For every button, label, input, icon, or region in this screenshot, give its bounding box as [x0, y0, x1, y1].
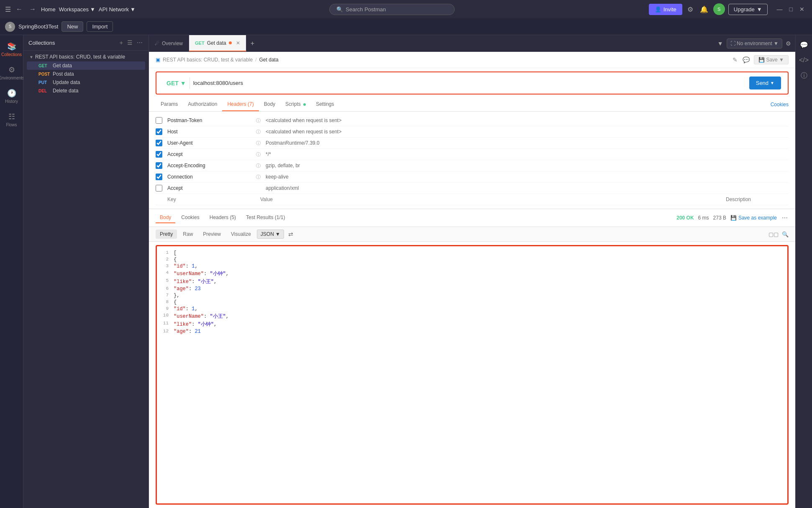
workspaces-menu[interactable]: Workspaces ▼ — [59, 6, 95, 13]
tab-overview[interactable]: ☄ Overview — [149, 35, 189, 51]
body-tab[interactable]: Body — [259, 98, 280, 111]
info-icon-4[interactable]: ⓘ — [256, 151, 261, 158]
info-icon-5[interactable]: ⓘ — [256, 163, 261, 169]
search-box[interactable]: 🔍 Search Postman — [329, 4, 455, 15]
more-options-button[interactable]: ⋯ — [136, 38, 143, 47]
back-button[interactable]: ← — [14, 4, 24, 15]
tab-close-icon[interactable]: ✕ — [236, 40, 240, 46]
settings-tab[interactable]: Settings — [311, 98, 339, 111]
scripts-tab[interactable]: Scripts — [280, 98, 311, 111]
right-info-button[interactable]: ⓘ — [798, 69, 810, 83]
import-button[interactable]: Import — [87, 21, 113, 32]
header-check-host[interactable] — [156, 128, 162, 135]
sidebar-item-flows[interactable]: ☷ Flows — [2, 109, 22, 130]
response-more-button[interactable]: ⋯ — [781, 214, 789, 222]
resp-test-results-tab[interactable]: Test Results (1/1) — [242, 212, 289, 223]
sidebar-item-environments[interactable]: ⚙ Environments — [2, 62, 22, 84]
headers-tab[interactable]: Headers (7) — [222, 98, 259, 111]
invite-button[interactable]: 👤 Invite — [649, 4, 682, 15]
upgrade-button[interactable]: Upgrade ▼ — [728, 4, 768, 15]
header-check-accept-encoding[interactable] — [156, 162, 162, 169]
resp-cookies-tab[interactable]: Cookies — [177, 212, 203, 223]
authorization-tab[interactable]: Authorization — [183, 98, 222, 111]
settings-button[interactable]: ⚙ — [686, 4, 695, 15]
request-item[interactable]: PUTUpdate data — [27, 78, 145, 87]
url-input[interactable] — [193, 80, 746, 86]
format-chevron-icon: ▼ — [275, 231, 280, 237]
sidebar-item-collections[interactable]: 📚 Collections — [2, 38, 22, 60]
visualize-tab[interactable]: Visualize — [227, 230, 255, 239]
code-line: 6 "age": 23 — [157, 286, 787, 292]
sidebar-item-history[interactable]: 🕐 History — [2, 85, 22, 107]
response-tabs: Body Cookies Headers (5) Test Results (1… — [156, 212, 289, 223]
new-header-key-input[interactable] — [167, 197, 243, 202]
info-icon-3[interactable]: ⓘ — [256, 140, 261, 146]
menu-icon[interactable]: ☰ — [5, 5, 11, 13]
info-icon-6[interactable]: ⓘ — [256, 174, 261, 180]
request-name: Update data — [53, 79, 80, 85]
new-header-desc-input[interactable] — [726, 197, 789, 202]
tab-chevron-button[interactable]: ▼ — [717, 39, 724, 48]
environment-selector[interactable]: ⛶ No environment ▼ — [727, 38, 782, 49]
filter-icon[interactable]: ⇄ — [288, 231, 293, 237]
resp-body-tab[interactable]: Body — [156, 212, 175, 223]
add-tab-button[interactable]: + — [246, 40, 259, 47]
request-item[interactable]: DELDelete data — [27, 87, 145, 95]
collections-icon: 📚 — [7, 42, 16, 51]
preview-tab[interactable]: Preview — [199, 230, 225, 239]
home-link[interactable]: Home — [41, 6, 56, 13]
filter-collections-button[interactable]: ☰ — [126, 38, 133, 47]
avatar-button[interactable]: S — [713, 3, 725, 15]
pretty-tab[interactable]: Pretty — [156, 230, 177, 239]
collection-item: ▼ REST API basics: CRUD, test & variable… — [23, 51, 149, 97]
request-tabs: Params Authorization Headers (7) Body Sc… — [149, 98, 795, 112]
close-button[interactable]: ✕ — [797, 4, 807, 14]
json-code-area: 1[2 {3 "id": 1,4 "userName": "小钟",5 "lik… — [156, 245, 789, 505]
tab-get-data[interactable]: GET Get data ✕ — [189, 35, 246, 51]
add-collection-button[interactable]: + — [119, 38, 124, 47]
right-panel: 💬 </> ⓘ — [795, 35, 812, 508]
right-comments-button[interactable]: 💬 — [797, 38, 811, 51]
request-item[interactable]: POSTPost data — [27, 70, 145, 78]
forward-button[interactable]: → — [28, 4, 38, 15]
maximize-button[interactable]: □ — [787, 4, 795, 14]
notifications-button[interactable]: 🔔 — [698, 4, 710, 15]
copy-icon[interactable]: ▢▢ — [768, 231, 779, 237]
new-header-value-input[interactable] — [260, 197, 721, 202]
send-button[interactable]: Send ▼ — [749, 77, 781, 89]
header-check-connection[interactable] — [156, 174, 162, 180]
comment-button[interactable]: 💬 — [742, 55, 751, 64]
environment-settings-button[interactable]: ⚙ — [785, 39, 792, 48]
collection-name[interactable]: ▼ REST API basics: CRUD, test & variable — [27, 52, 145, 61]
api-network-menu[interactable]: API Network ▼ — [99, 6, 136, 13]
method-selector[interactable]: GET ▼ — [163, 77, 190, 89]
environments-icon: ⚙ — [8, 65, 15, 74]
breadcrumb: ▣ REST API basics: CRUD, test & variable… — [149, 52, 795, 68]
raw-tab[interactable]: Raw — [179, 230, 197, 239]
request-item[interactable]: GETGet data — [27, 61, 145, 70]
code-line: 9 "id": 1, — [157, 306, 787, 312]
cookies-link[interactable]: Cookies — [771, 102, 789, 107]
header-check-user-agent[interactable] — [156, 140, 162, 146]
params-tab[interactable]: Params — [156, 98, 183, 111]
header-check-postman-token[interactable] — [156, 117, 162, 124]
info-icon-2[interactable]: ⓘ — [256, 129, 261, 135]
right-code-button[interactable]: </> — [797, 54, 811, 66]
resp-headers-tab[interactable]: Headers (5) — [205, 212, 240, 223]
save-button[interactable]: 💾 Save ▼ — [754, 55, 789, 64]
breadcrumb-collection[interactable]: REST API basics: CRUD, test & variable — [163, 57, 253, 63]
info-icon-1[interactable]: ⓘ — [256, 117, 261, 124]
json-format-selector[interactable]: JSON ▼ — [257, 230, 284, 239]
code-line: 4 "userName": "小钟", — [157, 270, 787, 278]
panel-header: Collections + ☰ ⋯ — [23, 35, 149, 51]
method-badge: GET — [38, 64, 50, 68]
code-line: 5 "like": "小王", — [157, 278, 787, 286]
save-example-button[interactable]: 💾 Save as example — [730, 215, 777, 221]
header-check-accept[interactable] — [156, 151, 162, 158]
minimize-button[interactable]: — — [774, 4, 785, 14]
search-response-icon[interactable]: 🔍 — [782, 231, 789, 237]
new-button[interactable]: New — [61, 21, 83, 32]
collections-panel: Collections + ☰ ⋯ ▼ REST API basics: CRU… — [23, 35, 149, 508]
edit-request-button[interactable]: ✎ — [732, 55, 738, 64]
header-check-accept-xml[interactable] — [156, 185, 162, 191]
